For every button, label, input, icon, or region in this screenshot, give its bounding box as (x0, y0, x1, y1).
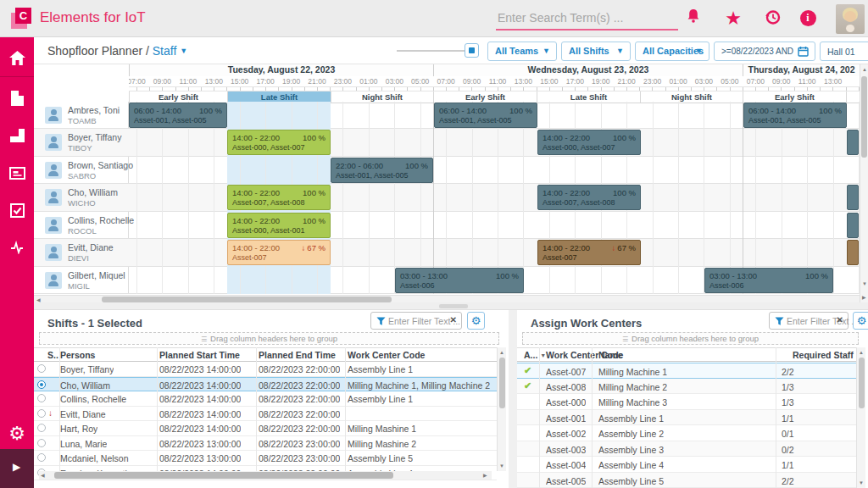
workcenters-group-band[interactable]: ☰Drag column headers here to group (522, 332, 859, 345)
row-select-radio[interactable] (37, 409, 46, 418)
history-icon[interactable] (762, 8, 782, 29)
shift-bar[interactable]: 14:00 - 22:00100 %Asset-000, Asset-001 (227, 213, 331, 238)
favorites-star-icon[interactable]: ★ (723, 8, 743, 29)
column-header[interactable]: S.. (47, 350, 58, 360)
zoom-slider-handle[interactable] (465, 43, 479, 58)
sidebar-expand-strip[interactable]: ▶ (0, 449, 34, 488)
workcenters-vertical-scrollbar[interactable]: ▲▼ (856, 347, 865, 488)
steps-chart-icon[interactable] (0, 119, 34, 152)
row-select-radio[interactable] (37, 439, 46, 447)
shift-bar[interactable]: 03:00 - 13:00100 %Asset-006 (395, 268, 524, 293)
shift-bar[interactable]: 06:00 - 14:00100 %Asset-001, Asset-005 (434, 103, 537, 128)
column-header[interactable]: Required Staff (793, 350, 854, 360)
row-select-radio[interactable] (37, 424, 46, 432)
search-input[interactable] (496, 8, 682, 27)
shift-bar[interactable] (847, 185, 859, 210)
workcenters-settings-button[interactable]: ⚙ (853, 312, 868, 330)
staff-row[interactable]: Gilbert, MiquelMIGIL (34, 267, 129, 294)
workcenter-row[interactable]: Asset-002Assembly Line 20/1 (517, 425, 856, 441)
shift-bar[interactable]: 14:00 - 22:00100 %Asset-007, Asset-008 (537, 185, 641, 210)
column-header[interactable]: Name (598, 350, 623, 360)
shift-bar[interactable] (847, 213, 859, 238)
home-icon[interactable] (0, 41, 34, 75)
column-header[interactable]: Work Center Code (348, 350, 425, 360)
shifts-table-row[interactable]: Boyer, Tiffany08/22/2023 14:00:0008/22/2… (34, 362, 497, 377)
shift-bar[interactable] (847, 240, 859, 265)
row-select-radio[interactable] (37, 394, 46, 402)
app-logo[interactable]: C (11, 8, 33, 30)
workcenter-row[interactable]: Asset-004Assembly Line 41/1 (517, 457, 856, 473)
global-search[interactable] (496, 8, 678, 30)
breadcrumb-view-link[interactable]: Staff (153, 44, 177, 58)
notifications-bell-icon[interactable] (683, 8, 704, 29)
shifts-horizontal-scrollbar[interactable]: ◀ ▶ (39, 471, 492, 480)
shifts-table-row[interactable]: Collins, Rochelle08/22/2023 14:00:0008/2… (34, 391, 497, 407)
shifts-settings-button[interactable]: ⚙ (467, 312, 485, 330)
user-avatar[interactable] (836, 4, 865, 34)
workcenter-row[interactable]: Asset-005Assembly Line 52/2 (517, 473, 856, 488)
end-time-cell: 08/22/2023 22:00:00 (259, 409, 340, 419)
shifts-group-band[interactable]: ☰Drag column headers here to group (39, 332, 499, 345)
shifts-filter-box[interactable]: Enter Filter Text ... ✕ (370, 312, 462, 330)
gantt-horizontal-scrollbar[interactable]: ◀ (34, 295, 860, 302)
column-header[interactable]: Planned End Time (259, 350, 336, 360)
shift-bar[interactable]: 06:00 - 14:00100 %Asset-001, Asset-005 (129, 103, 227, 128)
shift-bar[interactable]: 22:00 - 06:00100 %Asset-001, Asset-005 (331, 158, 433, 183)
zoom-slider-track[interactable] (397, 50, 470, 52)
shifts-vertical-scrollbar[interactable]: ▲▼ (497, 347, 506, 471)
workcenters-filter-box[interactable]: Enter Filter Text .... ✕ (769, 312, 849, 330)
column-header[interactable]: Planned Start Time (159, 350, 240, 360)
gantt-vertical-scrollbar[interactable]: ▲ ▼ ▶ (860, 64, 868, 302)
row-select-radio[interactable] (37, 380, 46, 389)
row-select-radio[interactable] (37, 453, 46, 462)
workcenter-row[interactable]: Asset-001Assembly Line 11/1 (517, 410, 856, 426)
row-select-radio[interactable] (37, 364, 46, 373)
shift-bar[interactable]: 14:00 - 22:00↓67 %Asset-007 (227, 240, 331, 265)
shift-bar[interactable]: 14:00 - 22:00100 %Asset-000, Asset-007 (227, 130, 331, 155)
check-square-icon[interactable] (0, 193, 34, 227)
info-icon[interactable]: i (798, 8, 818, 29)
staff-row[interactable]: Ambres, ToniTOAMB (34, 102, 129, 129)
column-header-assigned[interactable]: A...▼ (524, 350, 546, 360)
workcenter-row[interactable]: ✔Asset-007Milling Machine 12/2 (517, 363, 856, 379)
workcenter-row[interactable]: Asset-000Milling Machine 31/3 (517, 394, 856, 410)
shifts-table-row[interactable]: ↓Evitt, Diane08/22/2023 14:00:0008/22/20… (34, 407, 497, 422)
clear-filter-icon[interactable]: ✕ (450, 315, 457, 324)
staff-row[interactable]: Evitt, DianeDIEVI (34, 239, 129, 266)
date-range-input[interactable]: >=08/22/2023 AND <=09/05/202 (714, 42, 815, 61)
card-panel-icon[interactable] (0, 156, 34, 190)
shift-bar[interactable] (847, 130, 859, 155)
staff-row[interactable]: Cho, WilliamWICHO (34, 184, 129, 211)
shift-bar[interactable]: 03:00 - 13:00100 %Asset-006 (704, 268, 833, 293)
clear-filter-icon[interactable]: ✕ (837, 315, 843, 324)
shifts-table-row[interactable]: Cho, William08/22/2023 14:00:0008/22/202… (34, 377, 497, 392)
shift-bar[interactable]: 14:00 - 22:00100 %Asset-000, Asset-007 (537, 130, 641, 155)
teams-filter-dropdown[interactable]: All Teams▼ (487, 42, 557, 61)
shifts-table-row[interactable]: Luna, Marie08/22/2023 13:00:0008/22/2023… (34, 436, 497, 452)
staff-row[interactable]: Collins, RochelleROCOL (34, 212, 129, 239)
shift-bar[interactable]: 06:00 - 14:00100 %Asset-001, Asset-005 (743, 103, 847, 128)
workcenter-row[interactable]: ✔Asset-008Milling Machine 21/3 (517, 379, 856, 395)
horizontal-splitter[interactable] (34, 302, 868, 310)
staff-row[interactable]: Boyer, TiffanyTIBOY (34, 129, 129, 156)
documents-icon[interactable] (0, 81, 34, 115)
hall-selector[interactable]: Hall 01 ⇅ (820, 42, 868, 61)
scrollbar-thumb[interactable] (54, 472, 393, 479)
shift-bar[interactable]: 14:00 - 22:00100 %Asset-007, Asset-008 (227, 185, 331, 210)
staff-row[interactable]: Brown, SantiagoSABRO (34, 157, 129, 184)
workcenter-row[interactable]: Asset-003Assembly Line 30/2 (517, 441, 856, 458)
settings-gear-icon[interactable]: ⚙ (0, 417, 34, 451)
splitter-handle[interactable] (439, 304, 468, 308)
activity-pulse-icon[interactable] (0, 230, 34, 264)
shift-bar[interactable]: 14:00 - 22:00↓67 %Asset-007 (537, 240, 641, 265)
shifts-table-row[interactable]: Hart, Roy08/22/2023 14:00:0008/22/2023 2… (34, 421, 497, 436)
column-header[interactable]: Persons (60, 350, 95, 360)
calendar-icon[interactable] (798, 45, 810, 58)
breadcrumb-caret-icon[interactable]: ▼ (180, 47, 187, 55)
shifts-filter-dropdown[interactable]: All Shifts▼ (561, 42, 631, 61)
scrollbar-thumb[interactable] (861, 76, 867, 158)
capacities-filter-dropdown[interactable]: All Capacities▼ (635, 42, 709, 61)
scrollbar-thumb[interactable] (102, 297, 392, 302)
shift-bar-times: 03:00 - 13:00100 % (400, 271, 519, 280)
shifts-table-row[interactable]: Mcdaniel, Nelson08/22/2023 13:00:0008/22… (34, 451, 497, 466)
